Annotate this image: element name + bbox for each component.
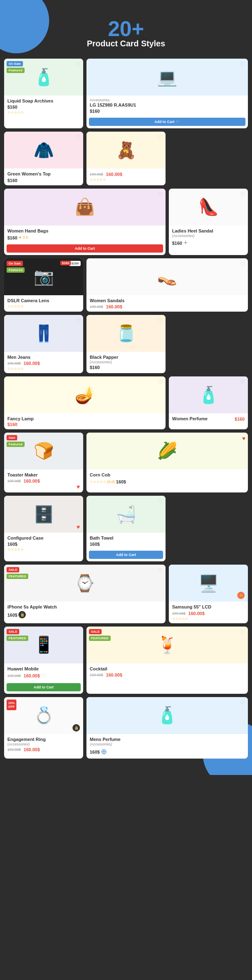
- product-image-lamp: 🪔 ♡: [4, 376, 166, 413]
- product-image-ring: 💍 19%OFF 🔒: [4, 697, 83, 734]
- card-toaster: 🍞 Sale Featured Toaster Maker 199.00$ 16…: [4, 433, 83, 492]
- wishlist-icon[interactable]: ♥: [77, 524, 80, 530]
- wishlist-icon[interactable]: ♡: [75, 317, 81, 324]
- card-body: Samsung 55" LCD 199.00$ 160.00$ ☆☆☆☆☆: [169, 602, 248, 623]
- wishlist-icon[interactable]: ♡: [158, 191, 163, 198]
- card-mens-perfume: 🧴 ♡ Mens Perfume (Accessories) 160$ ⊕: [86, 697, 248, 759]
- add-to-cart-button[interactable]: Add to Cart: [7, 683, 81, 691]
- product-image-watch: ⌚ SALE FEATURED ♡: [4, 565, 166, 602]
- price-line: 160$ ⊕: [90, 747, 245, 756]
- card-body: Huawei Mobile 199.00$ 160.00$ ♡: [4, 663, 83, 681]
- product-image-towel: 🛁 ♡: [86, 496, 166, 533]
- product-title: Liquid Soap Archives: [7, 98, 80, 104]
- sale-price: 160.00$: [106, 304, 123, 309]
- card-body: Women Sandals 199.00$ 160.00$: [86, 295, 248, 312]
- price-line: $160 +: [172, 239, 245, 247]
- product-image-camera: 📷 On Sale Featured $199 $160: [4, 258, 83, 295]
- wishlist-icon[interactable]: ♡: [240, 261, 245, 267]
- price-line: 199.00$ 160.00$: [90, 672, 245, 677]
- product-title: Samsung 55" LCD: [172, 604, 245, 610]
- product-title: Women Sandals: [90, 298, 245, 303]
- page-content: 20+ Product Card Styles 🧴 On Sale Featur…: [0, 0, 252, 775]
- wishlist-icon[interactable]: ♡: [75, 134, 81, 141]
- product-price: $160: [7, 235, 17, 240]
- price-inline: Women Perfume $160: [172, 416, 245, 422]
- add-to-cart-button[interactable]: Add to Cart: [7, 244, 163, 253]
- price-line: 199.00$ 160.00$: [90, 304, 245, 309]
- original-price-badge: $199: [69, 261, 81, 266]
- badge-featured: FEATURED: [89, 636, 111, 641]
- product-title: Women Perfume: [172, 416, 208, 422]
- sale-price: 160.00$: [106, 172, 123, 177]
- original-price: 199.00$: [90, 673, 103, 677]
- product-image-handbag: 👜 ♡: [4, 189, 166, 226]
- card-corn-cob: 🌽 ♥ Corn Cob ☆☆☆☆☆ (0.0) 160$: [86, 433, 248, 492]
- product-image-corn: 🌽 ♥: [86, 433, 248, 469]
- product-title: Toaster Maker: [7, 472, 80, 478]
- wishlist-icon[interactable]: ♡: [158, 134, 163, 141]
- product-rating: ☆☆☆☆☆: [7, 304, 80, 308]
- product-price: $160: [90, 109, 245, 114]
- sale-price: 160.00$: [24, 747, 40, 752]
- product-image-mens-perfume: 🧴 ♡: [86, 697, 248, 734]
- product-price: $160: [7, 105, 80, 109]
- badge-sale: On Sale: [7, 261, 23, 266]
- add-circle-icon[interactable]: ⊕: [101, 747, 107, 756]
- product-image-jeans: 👖 ♡: [4, 315, 83, 352]
- wishlist-icon[interactable]: ♥: [242, 435, 245, 442]
- header-subtitle: Product Card Styles: [4, 39, 248, 48]
- product-rating: ☆☆☆☆☆: [172, 617, 245, 621]
- card-body: Ladies Heel Sandal (Accessories) $160 +: [169, 226, 248, 255]
- card-body: Configured Case 160$ ☆☆☆☆☆: [4, 533, 83, 561]
- card-handbag: 👜 ♡ Women Hand Bags $160 ★ 0.0 Add to Ca…: [4, 189, 166, 255]
- card-liquid-soap: 🧴 On Sale Featured ♡ Liquid Soap Archive…: [4, 59, 83, 128]
- card-body: Corn Cob ☆☆☆☆☆ (0.0) 160$: [86, 469, 248, 492]
- wishlist-icon[interactable]: ♡: [240, 700, 245, 706]
- wishlist-icon[interactable]: ♡: [158, 498, 163, 505]
- wishlist-icon[interactable]: ♡: [158, 379, 163, 385]
- card-laptop: 💻 ♡ Accessories LG 15Z980 R.AAS9U1 $160 …: [86, 59, 248, 128]
- add-to-cart-button[interactable]: Add to Cart: [89, 551, 163, 559]
- price-line: 199.00$ 160.00$: [7, 361, 80, 366]
- wishlist-icon[interactable]: ♡: [41, 672, 46, 679]
- product-image-pepper: 🫙 ♡: [86, 315, 166, 352]
- add-to-cart-button[interactable]: Add to Cart 🛒: [89, 118, 245, 126]
- product-title: Mens Perfume: [90, 736, 245, 742]
- product-rating: ☆☆☆☆☆: [7, 367, 80, 371]
- product-image-sandal: 👡 ♡: [86, 258, 248, 295]
- wishlist-icon[interactable]: ♡: [158, 567, 163, 574]
- card-body: Liquid Soap Archives $160 ☆☆☆☆☆: [4, 96, 83, 128]
- product-title: Fancy Lamp: [7, 416, 162, 422]
- product-category: (Accessories): [90, 742, 245, 746]
- product-title: Cocktail: [90, 666, 245, 672]
- wishlist-icon[interactable]: ♡: [240, 191, 245, 198]
- wishlist-icon[interactable]: ♡: [240, 629, 245, 636]
- card-iphone-watch: ⌚ SALE FEATURED ♡ iPhone 5s Apple Watch …: [4, 565, 166, 623]
- product-title: Black Papper: [90, 354, 162, 360]
- product-category: Accessories: [90, 98, 245, 102]
- wishlist-icon[interactable]: ♡: [240, 379, 245, 385]
- card-body: Men Jeans 199.00$ 160.00$ ☆☆☆☆☆: [4, 352, 83, 373]
- product-title: Women Hand Bags: [7, 228, 162, 234]
- badge-on-sale: On Sale: [7, 61, 23, 66]
- card-body: Fancy Lamp $160: [4, 413, 166, 429]
- wishlist-icon[interactable]: ♡: [158, 317, 163, 324]
- product-price: 160$: [90, 542, 162, 547]
- product-title: Huawei Mobile: [7, 666, 80, 672]
- wishlist-icon[interactable]: ♡: [240, 61, 245, 68]
- card-body: Black Papper (Accessories) $160: [86, 352, 166, 373]
- card-body: Women Perfume $160: [169, 413, 248, 429]
- wishlist-icon[interactable]: ♥: [77, 483, 80, 490]
- price-line: 199.00$ 160.00$: [7, 747, 80, 752]
- card-body: iPhone 5s Apple Watch 160$ 🔒: [4, 602, 166, 623]
- sale-price: 160.00$: [188, 611, 205, 616]
- add-icon[interactable]: +: [183, 239, 188, 247]
- price-line: $160 ★ 0.0: [7, 235, 162, 240]
- product-price: 160$: [7, 542, 80, 547]
- wishlist-icon[interactable]: ♡: [75, 61, 81, 68]
- price-line: ☆☆☆☆☆ (0.0) 160$: [90, 479, 245, 484]
- product-title: Men Jeans: [7, 354, 80, 360]
- original-price: 199.00$: [90, 172, 103, 176]
- star-rating: ★ 0.0: [18, 235, 28, 239]
- product-image-case: 🗄️ ♥: [4, 496, 83, 533]
